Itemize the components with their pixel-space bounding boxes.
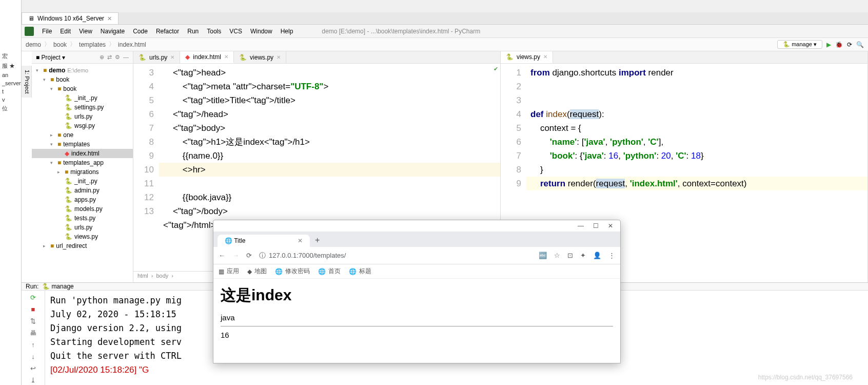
tree-item[interactable]: ▾■ templates_app: [32, 158, 133, 167]
info-icon[interactable]: ⓘ: [259, 251, 266, 260]
minimize-icon[interactable]: —: [578, 222, 584, 229]
url-bar[interactable]: ⓘ 127.0.0.1:7000/templates/: [259, 251, 531, 260]
tree-item[interactable]: 🐍 _init_.py: [32, 177, 133, 186]
crumb-3[interactable]: index.html: [118, 41, 146, 48]
menu-icon[interactable]: ⋮: [608, 252, 615, 259]
debug-icon[interactable]: 🐞: [835, 41, 843, 48]
tree-item[interactable]: ▸■ url_redirect: [32, 241, 133, 251]
menu-run[interactable]: Run: [183, 28, 203, 35]
tree-item[interactable]: 🐍 urls.py: [32, 223, 133, 232]
menu-help[interactable]: Help: [277, 28, 298, 35]
menu-refactor[interactable]: Refactor: [152, 28, 183, 35]
tree-item[interactable]: 🐍 models.py: [32, 204, 133, 214]
close-icon[interactable]: ✕: [277, 54, 281, 60]
right-tabs: 🐍views.py✕: [501, 51, 867, 64]
tree-item[interactable]: 🐍 _init_.py: [32, 93, 133, 103]
tree-item[interactable]: 🐍 apps.py: [32, 195, 133, 204]
tab-views[interactable]: 🐍views.py✕: [234, 51, 286, 63]
close-icon[interactable]: ✕: [608, 222, 613, 229]
browser-viewport: 这是index java 16: [213, 279, 620, 349]
tree-item[interactable]: 🐍 tests.py: [32, 214, 133, 223]
tree-item[interactable]: ▸■ one: [32, 130, 133, 140]
extensions-icon[interactable]: ✦: [580, 252, 586, 259]
close-icon[interactable]: ✕: [224, 54, 228, 60]
tree-item[interactable]: 🐍 wsgi.py: [32, 121, 133, 130]
vm-tab[interactable]: 🖥 Windows 10 x64_Server ✕: [22, 12, 119, 24]
print-icon[interactable]: 🖶: [30, 329, 36, 337]
up-icon[interactable]: ↑: [31, 341, 35, 349]
tree-item[interactable]: ▾■ book: [32, 84, 133, 93]
toggle-icon[interactable]: ⇅: [30, 317, 36, 325]
crumb-2[interactable]: templates: [79, 41, 106, 48]
tree-item[interactable]: ▾■ book: [32, 75, 133, 84]
collapse-icon[interactable]: ⊕: [100, 54, 104, 61]
browser-tab[interactable]: 🌐 Title ✕: [218, 235, 310, 247]
bookmark-home[interactable]: 🌐 首页: [318, 267, 341, 276]
menu-file[interactable]: File: [38, 28, 56, 35]
hide-icon[interactable]: —: [123, 54, 129, 61]
expand-icon[interactable]: ⇄: [107, 54, 112, 61]
maximize-icon[interactable]: ☐: [593, 222, 599, 229]
reload-icon[interactable]: ⟳: [246, 252, 252, 259]
left-gutter: 345678910111213: [133, 64, 159, 271]
translate-icon[interactable]: 🔤: [539, 252, 547, 259]
menu-code[interactable]: Code: [129, 28, 152, 35]
tree-item[interactable]: ◆ index.html: [32, 149, 133, 158]
project-tree[interactable]: ▾■ demo E:\demo ▾■ book▾■ book🐍 _init_.p…: [32, 64, 133, 282]
rerun-icon[interactable]: ⟳: [30, 294, 36, 301]
tab-urls[interactable]: 🐍urls.py✕: [133, 51, 180, 63]
close-icon[interactable]: ✕: [298, 237, 303, 244]
tree-item[interactable]: 🐍 views.py: [32, 232, 133, 241]
tab-index-html[interactable]: ◆index.html✕: [180, 51, 234, 63]
back-icon[interactable]: ←: [219, 252, 225, 259]
bookmark-map[interactable]: ◆ 地图: [247, 267, 267, 276]
menu-navigate[interactable]: Navigate: [96, 28, 129, 35]
tab-views-right[interactable]: 🐍views.py✕: [501, 51, 553, 63]
run-more-icon[interactable]: ⟳: [847, 41, 852, 48]
page-hr: [221, 326, 613, 326]
close-icon[interactable]: ✕: [107, 15, 112, 22]
scroll-icon[interactable]: ⤓: [30, 376, 36, 384]
forward-icon[interactable]: →: [232, 252, 239, 259]
wrap-icon[interactable]: ↩: [30, 364, 36, 372]
browser-titlebar: — ☐ ✕: [213, 220, 620, 232]
tree-item[interactable]: 🐍 admin.py: [32, 186, 133, 195]
menu-tools[interactable]: Tools: [203, 28, 225, 35]
check-icon: ✔: [494, 66, 498, 72]
vm-tab-bar: 🖥 Windows 10 x64_Server ✕: [22, 12, 868, 25]
gear-icon[interactable]: ⚙: [115, 54, 120, 61]
menu-window[interactable]: Window: [246, 28, 277, 35]
tree-item[interactable]: ▸■ migrations: [32, 167, 133, 177]
run-config-selector[interactable]: 🐍 manage ▾: [777, 40, 822, 49]
close-icon[interactable]: ✕: [170, 54, 174, 60]
tree-item[interactable]: 🐍 settings.py: [32, 103, 133, 112]
profile-icon[interactable]: 👤: [593, 252, 601, 259]
menu-edit[interactable]: Edit: [56, 28, 75, 35]
vm-tab-label: Windows 10 x64_Server: [37, 15, 104, 22]
down-icon[interactable]: ↓: [31, 353, 35, 360]
page-text-1: java: [221, 313, 613, 322]
menu-vcs[interactable]: VCS: [225, 28, 246, 35]
star-icon[interactable]: ☆: [554, 252, 560, 259]
new-tab-button[interactable]: +: [310, 234, 325, 247]
crumb-0[interactable]: demo: [26, 41, 41, 48]
run-toolbar: ⟳ ■ ⇅ 🖶 ↑ ↓ ↩ ⤓ 🗑: [22, 291, 45, 385]
tree-item[interactable]: ▾■ templates: [32, 140, 133, 149]
left-tabs: 🐍urls.py✕ ◆index.html✕ 🐍views.py✕: [133, 51, 500, 64]
globe-icon: 🌐: [225, 237, 232, 244]
stop-icon[interactable]: ■: [31, 305, 35, 313]
tree-item[interactable]: 🐍 urls.py: [32, 112, 133, 121]
menu-view[interactable]: View: [75, 28, 96, 35]
tree-root[interactable]: ▾■ demo E:\demo: [32, 66, 133, 75]
toolbar-icon[interactable]: 🔍: [856, 41, 864, 48]
page-h1: 这是index: [221, 285, 613, 306]
run-config-name[interactable]: manage: [51, 283, 73, 290]
bookmark-title[interactable]: 🌐 标题: [349, 267, 371, 276]
bookmark-pw[interactable]: 🌐 修改密码: [275, 267, 310, 276]
close-icon[interactable]: ✕: [543, 54, 547, 60]
run-icon[interactable]: ▶: [826, 41, 831, 48]
install-icon[interactable]: ⊡: [567, 252, 573, 259]
apps-icon[interactable]: ▦ 应用: [219, 267, 239, 276]
project-tool-tab[interactable]: 1: Project: [22, 66, 32, 98]
crumb-1[interactable]: book: [53, 41, 67, 48]
